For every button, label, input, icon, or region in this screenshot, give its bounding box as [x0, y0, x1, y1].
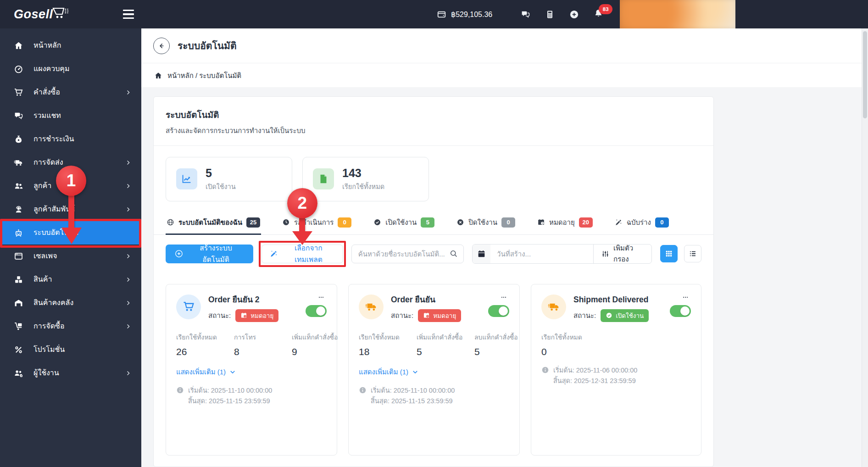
card-status-label: สถานะ:: [573, 310, 596, 321]
sidebar-item-label: การจัดส่ง: [33, 157, 125, 167]
calculator-icon[interactable]: [545, 10, 555, 19]
list-view-button[interactable]: [684, 245, 701, 262]
search-input[interactable]: [357, 250, 450, 258]
brand-name: Gosell: [14, 7, 53, 22]
info-icon: [541, 366, 549, 374]
sidebar-item-3[interactable]: คำสั่งซื้อ: [0, 81, 141, 104]
cart-icon: [14, 88, 23, 97]
sidebar-item-8[interactable]: ลูกค้าสัมพันธ์: [0, 198, 141, 221]
sidebar-item-13[interactable]: การจัดซื้อ: [0, 315, 141, 338]
add-filter-button[interactable]: เพิ่มตัวกรอง: [593, 245, 651, 263]
card-stat: เรียกใช้ทั้งหมด0: [541, 333, 585, 358]
tab-2[interactable]: รอดำเนินการ 0: [281, 211, 352, 234]
plus-icon: [175, 250, 183, 258]
sidebar-item-label: ลูกค้าสัมพันธ์: [33, 204, 125, 214]
main-area: ระบบอัตโนมัติ สร้างและจัดการกระบวนการทำง…: [141, 87, 868, 467]
breadcrumb[interactable]: หน้าหลัก / ระบบอัตโนมัติ: [141, 63, 868, 88]
calendar-button[interactable]: [473, 245, 490, 263]
sidebar-item-label: การชำระเงิน: [33, 134, 131, 144]
trolley-icon: [14, 322, 23, 331]
card-menu-dots[interactable]: [316, 295, 327, 300]
sidebar-item-2[interactable]: แผงควบคุม: [0, 57, 141, 81]
card-stat: การโทร8: [234, 333, 278, 358]
sidebar-item-6[interactable]: การจัดส่ง: [0, 151, 141, 174]
hamburger-icon[interactable]: [123, 10, 134, 19]
chartline-icon: [176, 168, 197, 189]
scrollbar-thumb[interactable]: [863, 31, 867, 118]
xcircle-icon: [456, 218, 464, 226]
tab-3[interactable]: เปิดใช้งาน 5: [373, 211, 435, 234]
cart-logo-icon: [51, 5, 71, 21]
search-icon[interactable]: [450, 250, 458, 258]
show-more-link[interactable]: แสดงเพิ่มเติม (1): [359, 367, 509, 378]
card-toggle[interactable]: [488, 305, 509, 317]
sidebar-item-label: ลูกค้า: [33, 181, 125, 191]
chevron-right-icon: [125, 183, 131, 189]
truck-icon: [548, 300, 560, 313]
wallet-balance[interactable]: ฿529,105.36: [437, 10, 492, 19]
sidebar-item-label: แผงควบคุม: [33, 64, 131, 74]
card-stat: เพิ่มแท็กคำสั่งซื้อ5: [417, 333, 461, 358]
stat-label: เปิดใช้งาน: [206, 181, 236, 192]
status-badge: หมดอายุ: [235, 309, 278, 322]
notifications[interactable]: 83: [594, 9, 603, 20]
status-badge: หมดอายุ: [418, 309, 461, 322]
sidebar-menu: หน้าหลัก แผงควบคุม คำสั่งซื้อ รวมแชท การ…: [0, 34, 141, 385]
card-menu-dots[interactable]: [498, 295, 509, 300]
stat-card: 143 เรียกใช้ทั้งหมด: [302, 157, 429, 201]
card-toggle[interactable]: [670, 305, 691, 317]
calclock-icon: [537, 218, 545, 226]
card-status-label: สถานะ:: [208, 310, 231, 321]
calendar-clock-icon: [240, 312, 247, 319]
tab-label: ระบบอัตโนมัติของฉัน: [178, 217, 242, 228]
sidebar-item-10[interactable]: เซลเพจ: [0, 245, 141, 268]
card-start-date: 2025-11-10 00:00:00: [211, 387, 273, 394]
date-input[interactable]: [490, 245, 593, 263]
sidebar-item-label: เซลเพจ: [33, 251, 125, 261]
card-end-date: 2025-12-31 23:59:59: [574, 377, 636, 384]
sidebar-item-7[interactable]: ลูกค้า: [0, 174, 141, 198]
status-badge: เปิดใช้งาน: [601, 309, 649, 322]
sidebar-item-9[interactable]: ระบบอัตโนมัติ: [0, 221, 141, 245]
choose-template-button[interactable]: เลือกจากเทมเพลต: [262, 245, 343, 263]
card-toggle[interactable]: [306, 305, 327, 317]
back-arrow-icon: [157, 41, 166, 50]
tab-count-badge: 25: [246, 217, 260, 228]
sidebar-item-14[interactable]: โปรโมชั่น: [0, 338, 141, 361]
chevron-right-icon: [125, 323, 131, 329]
checkcircle-icon: [373, 218, 381, 226]
sidebar-item-4[interactable]: รวมแชท: [0, 104, 141, 128]
card-menu-dots[interactable]: [680, 295, 691, 300]
show-more-link[interactable]: แสดงเพิ่มเติม (1): [176, 367, 327, 378]
chevron-right-icon: [125, 300, 131, 306]
create-automation-button[interactable]: สร้างระบบอัตโนมัติ: [166, 245, 253, 263]
tab-1[interactable]: ระบบอัตโนมัติของฉัน 25: [166, 211, 261, 234]
automation-card-1: Order ยืนยัน 2 สถานะ: หมดอายุ เรียกใช้ทั…: [166, 284, 337, 456]
sidebar-item-12[interactable]: สินค้าคงคลัง: [0, 291, 141, 315]
panel-title: ระบบอัตโนมัติ: [166, 108, 701, 122]
brand-logo[interactable]: Gosell: [14, 7, 71, 22]
sidebar-item-5[interactable]: การชำระเงิน: [0, 128, 141, 151]
card-start-date: 2025-11-10 00:00:00: [394, 387, 455, 394]
user-avatar[interactable]: [620, 0, 735, 28]
chevron-right-icon: [125, 206, 131, 212]
automation-cards: Order ยืนยัน 2 สถานะ: หมดอายุ เรียกใช้ทั…: [154, 273, 713, 467]
sidebar-item-15[interactable]: ผู้ใช้งาน: [0, 361, 141, 385]
plus-circle-icon[interactable]: [569, 10, 579, 19]
scrollbar[interactable]: [862, 28, 868, 467]
chat-icon[interactable]: [521, 10, 530, 19]
stat-card: 5 เปิดใช้งาน: [166, 157, 292, 201]
sliders-icon: [601, 250, 609, 258]
chevron-down-icon: [412, 369, 418, 375]
sidebar-item-11[interactable]: สินค้า: [0, 268, 141, 291]
cart-icon: [183, 300, 195, 313]
card-stats: เรียกใช้ทั้งหมด0: [541, 333, 691, 358]
sidebar-item-1[interactable]: หน้าหลัก: [0, 34, 141, 57]
content: ระบบอัตโนมัติ หน้าหลัก / ระบบอัตโนมัติ ร…: [141, 28, 868, 467]
grid-view-button[interactable]: [660, 245, 678, 262]
robot-icon: [14, 228, 23, 238]
back-button[interactable]: [153, 38, 170, 54]
tab-6[interactable]: ฉบับร่าง 0: [614, 211, 670, 234]
tab-4[interactable]: ปิดใช้งาน 0: [456, 211, 516, 234]
tab-5[interactable]: หมดอายุ 20: [536, 211, 594, 234]
